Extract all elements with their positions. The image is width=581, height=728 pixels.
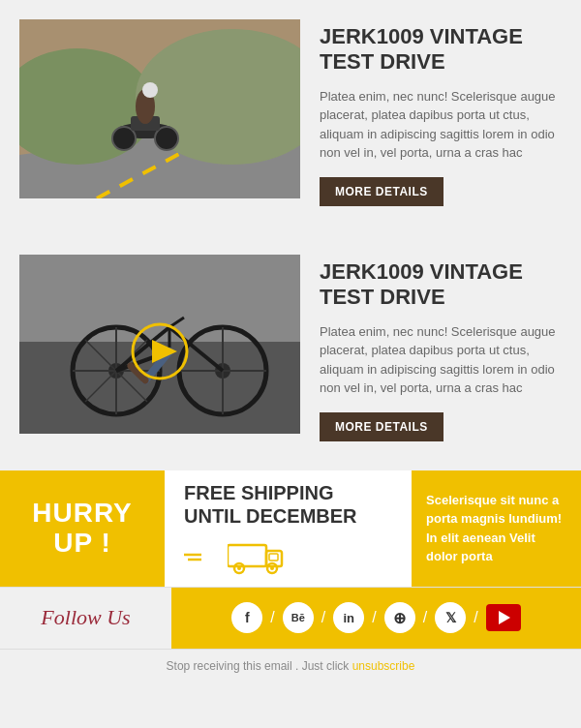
follow-label-section: Follow Us [0,588,171,649]
svg-point-41 [270,566,274,570]
dribbble-icon[interactable]: ⊕ [384,602,415,633]
follow-us-label: Follow Us [41,605,130,630]
truck-icon [228,537,286,576]
svg-rect-12 [19,255,300,342]
separator-3: / [372,609,376,626]
bicycle-image [19,255,300,434]
twitter-icon[interactable]: 𝕏 [435,602,466,633]
svg-point-7 [155,127,178,150]
promo-description-section: Scelerisque sit nunc a porta magnis lund… [412,470,581,587]
social-icons-section: f / Bē / in / ⊕ / 𝕏 / [171,588,581,649]
article-image-1 [19,19,300,198]
follow-bar: Follow Us f / Bē / in / ⊕ / 𝕏 / [0,587,581,649]
motorcycle-image [19,19,300,198]
article-content-2: JERK1009 VINTAGE TEST DRIVE Platea enim,… [320,255,562,441]
separator-2: / [321,609,325,626]
svg-point-39 [237,566,241,570]
svg-rect-37 [269,554,278,561]
behance-icon[interactable]: Bē [283,602,314,633]
more-details-button-1[interactable]: MORE DETAILS [320,177,443,206]
article-text-1: Platea enim, nec nunc! Scelerisque augue… [320,87,562,163]
promo-shipping-section: FREE SHIPPING UNTIL DECEMBER [165,470,412,587]
promo-hurry-text: HURRY UP ! [15,499,150,559]
separator-1: / [270,609,274,626]
svg-point-10 [142,82,158,98]
more-details-button-2[interactable]: MORE DETAILS [320,412,443,441]
facebook-icon[interactable]: f [231,602,262,633]
separator-4: / [423,609,427,626]
article-content-1: JERK1009 VINTAGE TEST DRIVE Platea enim,… [320,19,562,206]
article-title-1: JERK1009 VINTAGE TEST DRIVE [320,24,562,76]
linkedin-icon[interactable]: in [333,602,364,633]
svg-rect-35 [228,545,266,566]
article-title-2: JERK1009 VINTAGE TEST DRIVE [320,259,562,311]
promo-hurry-section: HURRY UP ! [0,470,165,587]
speed-lines-icon [184,547,223,566]
promo-description-text: Scelerisque sit nunc a porta magnis lund… [426,491,566,566]
separator-5: / [474,609,477,626]
truck-icon-area [184,537,286,576]
article-text-2: Platea enim, nec nunc! Scelerisque augue… [320,322,562,398]
footer-text: Stop receiving this email . Just click [167,659,352,673]
promo-bar: HURRY UP ! FREE SHIPPING UNTIL DECEMBER [0,470,581,587]
footer: Stop receiving this email . Just click u… [0,649,581,682]
article-card-2: JERK1009 VINTAGE TEST DRIVE Platea enim,… [0,235,581,461]
youtube-icon[interactable] [486,604,521,631]
unsubscribe-link[interactable]: unsubscribe [352,659,415,673]
article-card-1: JERK1009 VINTAGE TEST DRIVE Platea enim,… [0,0,581,226]
svg-point-6 [112,127,136,150]
article-image-2 [19,255,300,434]
promo-shipping-title: FREE SHIPPING UNTIL DECEMBER [184,481,392,528]
